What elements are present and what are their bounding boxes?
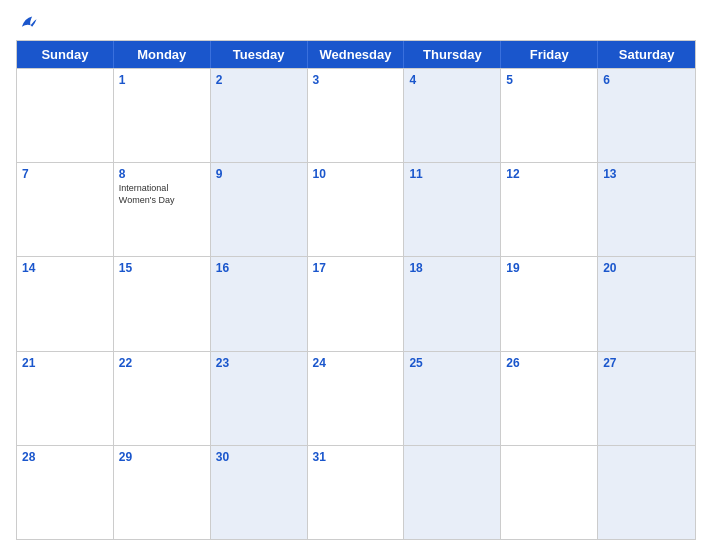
- cal-cell: 27: [598, 352, 695, 445]
- cal-cell: [404, 446, 501, 539]
- day-number: 7: [22, 167, 108, 181]
- cal-cell: 3: [308, 69, 405, 162]
- cal-cell: 26: [501, 352, 598, 445]
- cal-cell: 2: [211, 69, 308, 162]
- day-number: 17: [313, 261, 399, 275]
- day-number: 12: [506, 167, 592, 181]
- header-day-thursday: Thursday: [404, 41, 501, 68]
- header-day-monday: Monday: [114, 41, 211, 68]
- day-number: 26: [506, 356, 592, 370]
- cal-cell: 18: [404, 257, 501, 350]
- cal-cell: 21: [17, 352, 114, 445]
- cal-cell: 7: [17, 163, 114, 256]
- cal-cell: 6: [598, 69, 695, 162]
- calendar-body: 12345678International Women's Day9101112…: [17, 68, 695, 539]
- cal-cell: [598, 446, 695, 539]
- cal-cell: 15: [114, 257, 211, 350]
- cal-cell: 25: [404, 352, 501, 445]
- event-label: International Women's Day: [119, 183, 205, 206]
- cal-cell: 17: [308, 257, 405, 350]
- day-number: 3: [313, 73, 399, 87]
- day-number: 11: [409, 167, 495, 181]
- day-number: 16: [216, 261, 302, 275]
- cal-cell: 30: [211, 446, 308, 539]
- cal-cell: 28: [17, 446, 114, 539]
- day-number: 1: [119, 73, 205, 87]
- day-number: 19: [506, 261, 592, 275]
- day-number: 25: [409, 356, 495, 370]
- day-number: 21: [22, 356, 108, 370]
- week-row-5: 28293031: [17, 445, 695, 539]
- day-number: 29: [119, 450, 205, 464]
- cal-cell: [17, 69, 114, 162]
- day-number: 22: [119, 356, 205, 370]
- day-number: 9: [216, 167, 302, 181]
- week-row-2: 78International Women's Day910111213: [17, 162, 695, 256]
- day-number: 5: [506, 73, 592, 87]
- day-number: 15: [119, 261, 205, 275]
- header-day-sunday: Sunday: [17, 41, 114, 68]
- cal-cell: 5: [501, 69, 598, 162]
- header-day-tuesday: Tuesday: [211, 41, 308, 68]
- cal-cell: 22: [114, 352, 211, 445]
- day-number: 4: [409, 73, 495, 87]
- day-number: 23: [216, 356, 302, 370]
- day-number: 24: [313, 356, 399, 370]
- day-number: 30: [216, 450, 302, 464]
- cal-cell: 16: [211, 257, 308, 350]
- cal-cell: 4: [404, 69, 501, 162]
- cal-cell: 9: [211, 163, 308, 256]
- cal-cell: 11: [404, 163, 501, 256]
- day-number: 8: [119, 167, 205, 181]
- page-header: [16, 12, 696, 34]
- day-number: 10: [313, 167, 399, 181]
- cal-cell: 14: [17, 257, 114, 350]
- cal-cell: 23: [211, 352, 308, 445]
- cal-cell: 20: [598, 257, 695, 350]
- header-day-friday: Friday: [501, 41, 598, 68]
- week-row-1: 123456: [17, 68, 695, 162]
- header-day-saturday: Saturday: [598, 41, 695, 68]
- cal-cell: 12: [501, 163, 598, 256]
- day-number: 18: [409, 261, 495, 275]
- cal-cell: 1: [114, 69, 211, 162]
- cal-cell: 29: [114, 446, 211, 539]
- week-row-3: 14151617181920: [17, 256, 695, 350]
- day-number: 28: [22, 450, 108, 464]
- cal-cell: 10: [308, 163, 405, 256]
- cal-cell: 8International Women's Day: [114, 163, 211, 256]
- logo-icon: [16, 12, 38, 34]
- cal-cell: [501, 446, 598, 539]
- calendar-page: SundayMondayTuesdayWednesdayThursdayFrid…: [0, 0, 712, 550]
- day-number: 2: [216, 73, 302, 87]
- cal-cell: 31: [308, 446, 405, 539]
- day-number: 6: [603, 73, 690, 87]
- day-number: 31: [313, 450, 399, 464]
- day-number: 20: [603, 261, 690, 275]
- logo: [16, 12, 42, 34]
- calendar-grid: SundayMondayTuesdayWednesdayThursdayFrid…: [16, 40, 696, 540]
- cal-cell: 24: [308, 352, 405, 445]
- days-header: SundayMondayTuesdayWednesdayThursdayFrid…: [17, 41, 695, 68]
- day-number: 27: [603, 356, 690, 370]
- week-row-4: 21222324252627: [17, 351, 695, 445]
- cal-cell: 13: [598, 163, 695, 256]
- day-number: 13: [603, 167, 690, 181]
- day-number: 14: [22, 261, 108, 275]
- header-day-wednesday: Wednesday: [308, 41, 405, 68]
- cal-cell: 19: [501, 257, 598, 350]
